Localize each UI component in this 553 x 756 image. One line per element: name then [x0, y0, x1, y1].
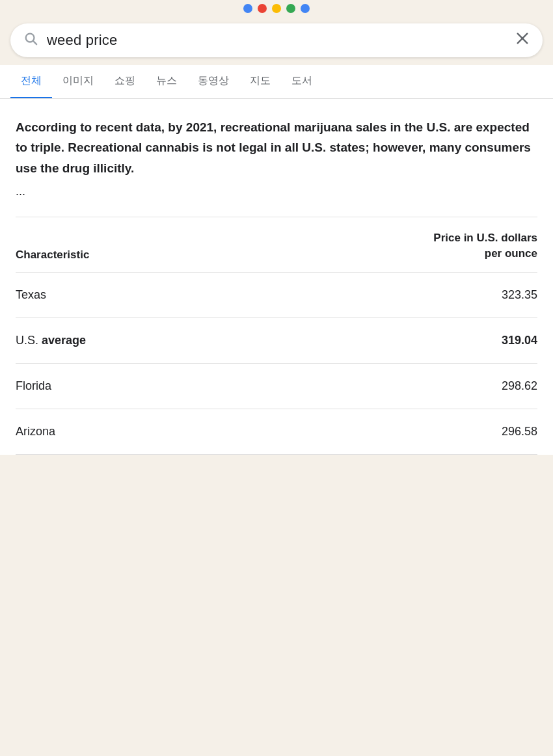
tab-video[interactable]: 동영상	[187, 65, 239, 99]
search-query-text[interactable]: weed price	[47, 32, 506, 49]
col-characteristic-header: Characteristic	[16, 249, 89, 262]
table-row-arizona: Arizona 296.58	[16, 409, 537, 455]
row-label-us-average: U.S. average	[16, 334, 86, 347]
tab-maps[interactable]: 지도	[239, 65, 281, 99]
main-content: According to recent data, by 2021, recre…	[0, 99, 553, 455]
google-dots-bar	[0, 0, 553, 13]
search-bar[interactable]: weed price	[10, 23, 543, 57]
row-value-texas: 323.35	[502, 288, 537, 302]
dot-red	[258, 4, 267, 13]
table-row-florida: Florida 298.62	[16, 364, 537, 409]
tab-all[interactable]: 전체	[10, 65, 52, 99]
nav-tabs: 전체 이미지 쇼핑 뉴스 동영상 지도 도서	[0, 65, 553, 99]
row-value-us-average: 319.04	[502, 334, 537, 347]
dot-blue	[243, 4, 252, 13]
search-icon	[23, 31, 38, 49]
table-row-us-average: U.S. average 319.04	[16, 318, 537, 364]
search-bar-container: weed price	[0, 20, 553, 65]
clear-search-icon[interactable]	[515, 31, 530, 49]
tab-news[interactable]: 뉴스	[146, 65, 187, 99]
table-header-row: Characteristic Price in U.S. dollarsper …	[16, 217, 537, 273]
tab-images[interactable]: 이미지	[52, 65, 104, 99]
tab-books[interactable]: 도서	[281, 65, 323, 99]
row-value-arizona: 296.58	[502, 425, 537, 439]
tab-shopping[interactable]: 쇼핑	[104, 65, 146, 99]
row-label-arizona: Arizona	[16, 425, 55, 439]
row-value-florida: 298.62	[502, 379, 537, 393]
table-row-texas: Texas 323.35	[16, 273, 537, 318]
dot-green	[286, 4, 295, 13]
col-price-header: Price in U.S. dollarsper ounce	[433, 230, 537, 262]
price-table: Characteristic Price in U.S. dollarsper …	[16, 217, 537, 455]
summary-paragraph: According to recent data, by 2021, recre…	[16, 117, 537, 178]
dot-blue2	[301, 4, 310, 13]
row-label-texas: Texas	[16, 288, 46, 302]
row-label-florida: Florida	[16, 379, 51, 393]
svg-line-1	[33, 41, 36, 44]
dot-yellow	[272, 4, 281, 13]
ellipsis-text: ...	[16, 185, 537, 198]
